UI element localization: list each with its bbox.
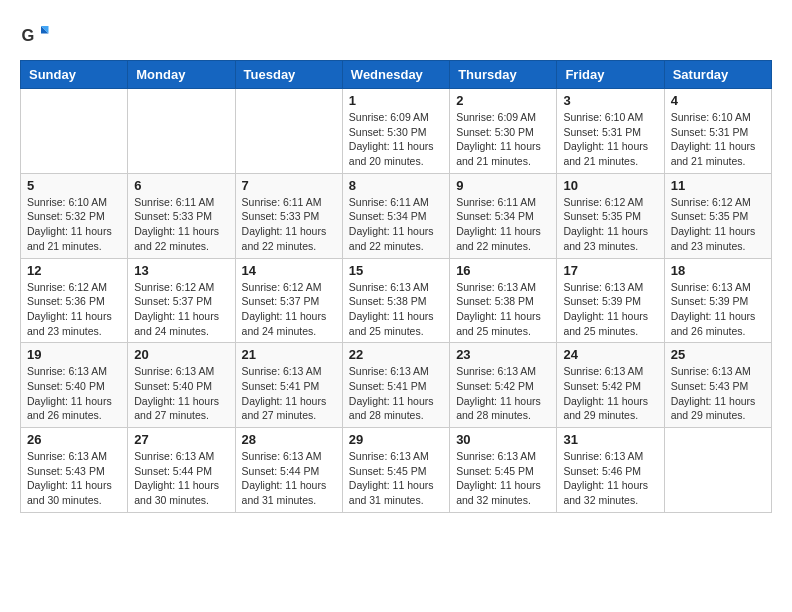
weekday-header-row: SundayMondayTuesdayWednesdayThursdayFrid… (21, 61, 772, 89)
day-number: 21 (242, 347, 336, 362)
calendar-cell: 18Sunrise: 6:13 AM Sunset: 5:39 PM Dayli… (664, 258, 771, 343)
day-info: Sunrise: 6:13 AM Sunset: 5:44 PM Dayligh… (134, 449, 228, 508)
day-info: Sunrise: 6:12 AM Sunset: 5:37 PM Dayligh… (134, 280, 228, 339)
day-number: 20 (134, 347, 228, 362)
weekday-header: Sunday (21, 61, 128, 89)
calendar-cell: 5Sunrise: 6:10 AM Sunset: 5:32 PM Daylig… (21, 173, 128, 258)
calendar-cell: 25Sunrise: 6:13 AM Sunset: 5:43 PM Dayli… (664, 343, 771, 428)
day-info: Sunrise: 6:13 AM Sunset: 5:39 PM Dayligh… (563, 280, 657, 339)
page-header: G (20, 20, 772, 50)
calendar-cell: 27Sunrise: 6:13 AM Sunset: 5:44 PM Dayli… (128, 428, 235, 513)
day-number: 25 (671, 347, 765, 362)
day-info: Sunrise: 6:13 AM Sunset: 5:40 PM Dayligh… (134, 364, 228, 423)
day-number: 22 (349, 347, 443, 362)
calendar-week-row: 1Sunrise: 6:09 AM Sunset: 5:30 PM Daylig… (21, 89, 772, 174)
day-info: Sunrise: 6:11 AM Sunset: 5:33 PM Dayligh… (242, 195, 336, 254)
day-info: Sunrise: 6:09 AM Sunset: 5:30 PM Dayligh… (349, 110, 443, 169)
day-info: Sunrise: 6:13 AM Sunset: 5:41 PM Dayligh… (242, 364, 336, 423)
calendar-cell: 11Sunrise: 6:12 AM Sunset: 5:35 PM Dayli… (664, 173, 771, 258)
calendar-cell: 19Sunrise: 6:13 AM Sunset: 5:40 PM Dayli… (21, 343, 128, 428)
calendar-cell: 29Sunrise: 6:13 AM Sunset: 5:45 PM Dayli… (342, 428, 449, 513)
day-info: Sunrise: 6:13 AM Sunset: 5:38 PM Dayligh… (349, 280, 443, 339)
day-info: Sunrise: 6:10 AM Sunset: 5:31 PM Dayligh… (563, 110, 657, 169)
calendar-cell (128, 89, 235, 174)
weekday-header: Wednesday (342, 61, 449, 89)
day-info: Sunrise: 6:12 AM Sunset: 5:35 PM Dayligh… (563, 195, 657, 254)
day-number: 27 (134, 432, 228, 447)
svg-text:G: G (22, 26, 35, 44)
day-number: 24 (563, 347, 657, 362)
calendar-cell: 1Sunrise: 6:09 AM Sunset: 5:30 PM Daylig… (342, 89, 449, 174)
calendar-cell: 20Sunrise: 6:13 AM Sunset: 5:40 PM Dayli… (128, 343, 235, 428)
logo: G (20, 20, 54, 50)
calendar-week-row: 5Sunrise: 6:10 AM Sunset: 5:32 PM Daylig… (21, 173, 772, 258)
day-number: 3 (563, 93, 657, 108)
calendar-cell: 16Sunrise: 6:13 AM Sunset: 5:38 PM Dayli… (450, 258, 557, 343)
day-number: 29 (349, 432, 443, 447)
calendar-table: SundayMondayTuesdayWednesdayThursdayFrid… (20, 60, 772, 513)
weekday-header: Saturday (664, 61, 771, 89)
day-number: 15 (349, 263, 443, 278)
day-number: 4 (671, 93, 765, 108)
day-info: Sunrise: 6:13 AM Sunset: 5:42 PM Dayligh… (456, 364, 550, 423)
calendar-cell: 15Sunrise: 6:13 AM Sunset: 5:38 PM Dayli… (342, 258, 449, 343)
calendar-cell: 10Sunrise: 6:12 AM Sunset: 5:35 PM Dayli… (557, 173, 664, 258)
day-number: 17 (563, 263, 657, 278)
day-info: Sunrise: 6:10 AM Sunset: 5:32 PM Dayligh… (27, 195, 121, 254)
day-info: Sunrise: 6:13 AM Sunset: 5:40 PM Dayligh… (27, 364, 121, 423)
calendar-cell: 13Sunrise: 6:12 AM Sunset: 5:37 PM Dayli… (128, 258, 235, 343)
day-number: 5 (27, 178, 121, 193)
day-number: 11 (671, 178, 765, 193)
day-info: Sunrise: 6:12 AM Sunset: 5:35 PM Dayligh… (671, 195, 765, 254)
day-number: 19 (27, 347, 121, 362)
day-number: 13 (134, 263, 228, 278)
day-info: Sunrise: 6:13 AM Sunset: 5:41 PM Dayligh… (349, 364, 443, 423)
day-info: Sunrise: 6:09 AM Sunset: 5:30 PM Dayligh… (456, 110, 550, 169)
calendar-cell: 2Sunrise: 6:09 AM Sunset: 5:30 PM Daylig… (450, 89, 557, 174)
calendar-week-row: 19Sunrise: 6:13 AM Sunset: 5:40 PM Dayli… (21, 343, 772, 428)
calendar-week-row: 26Sunrise: 6:13 AM Sunset: 5:43 PM Dayli… (21, 428, 772, 513)
calendar-cell (235, 89, 342, 174)
day-number: 14 (242, 263, 336, 278)
day-info: Sunrise: 6:13 AM Sunset: 5:42 PM Dayligh… (563, 364, 657, 423)
calendar-cell: 24Sunrise: 6:13 AM Sunset: 5:42 PM Dayli… (557, 343, 664, 428)
calendar-cell: 4Sunrise: 6:10 AM Sunset: 5:31 PM Daylig… (664, 89, 771, 174)
calendar-cell: 9Sunrise: 6:11 AM Sunset: 5:34 PM Daylig… (450, 173, 557, 258)
day-number: 28 (242, 432, 336, 447)
day-number: 26 (27, 432, 121, 447)
day-info: Sunrise: 6:13 AM Sunset: 5:45 PM Dayligh… (349, 449, 443, 508)
calendar-cell: 21Sunrise: 6:13 AM Sunset: 5:41 PM Dayli… (235, 343, 342, 428)
day-info: Sunrise: 6:11 AM Sunset: 5:34 PM Dayligh… (349, 195, 443, 254)
calendar-cell: 8Sunrise: 6:11 AM Sunset: 5:34 PM Daylig… (342, 173, 449, 258)
calendar-cell: 22Sunrise: 6:13 AM Sunset: 5:41 PM Dayli… (342, 343, 449, 428)
day-number: 7 (242, 178, 336, 193)
day-info: Sunrise: 6:13 AM Sunset: 5:43 PM Dayligh… (671, 364, 765, 423)
day-number: 16 (456, 263, 550, 278)
day-info: Sunrise: 6:12 AM Sunset: 5:36 PM Dayligh… (27, 280, 121, 339)
calendar-cell: 17Sunrise: 6:13 AM Sunset: 5:39 PM Dayli… (557, 258, 664, 343)
calendar-cell: 31Sunrise: 6:13 AM Sunset: 5:46 PM Dayli… (557, 428, 664, 513)
calendar-cell: 14Sunrise: 6:12 AM Sunset: 5:37 PM Dayli… (235, 258, 342, 343)
day-number: 18 (671, 263, 765, 278)
calendar-cell: 26Sunrise: 6:13 AM Sunset: 5:43 PM Dayli… (21, 428, 128, 513)
calendar-cell: 28Sunrise: 6:13 AM Sunset: 5:44 PM Dayli… (235, 428, 342, 513)
day-info: Sunrise: 6:10 AM Sunset: 5:31 PM Dayligh… (671, 110, 765, 169)
day-info: Sunrise: 6:13 AM Sunset: 5:43 PM Dayligh… (27, 449, 121, 508)
weekday-header: Thursday (450, 61, 557, 89)
day-number: 9 (456, 178, 550, 193)
day-number: 6 (134, 178, 228, 193)
weekday-header: Monday (128, 61, 235, 89)
day-info: Sunrise: 6:13 AM Sunset: 5:38 PM Dayligh… (456, 280, 550, 339)
day-number: 31 (563, 432, 657, 447)
day-number: 1 (349, 93, 443, 108)
weekday-header: Tuesday (235, 61, 342, 89)
calendar-cell (664, 428, 771, 513)
calendar-cell (21, 89, 128, 174)
day-info: Sunrise: 6:13 AM Sunset: 5:39 PM Dayligh… (671, 280, 765, 339)
weekday-header: Friday (557, 61, 664, 89)
calendar-cell: 30Sunrise: 6:13 AM Sunset: 5:45 PM Dayli… (450, 428, 557, 513)
day-number: 12 (27, 263, 121, 278)
logo-icon: G (20, 20, 50, 50)
day-number: 23 (456, 347, 550, 362)
calendar-cell: 6Sunrise: 6:11 AM Sunset: 5:33 PM Daylig… (128, 173, 235, 258)
